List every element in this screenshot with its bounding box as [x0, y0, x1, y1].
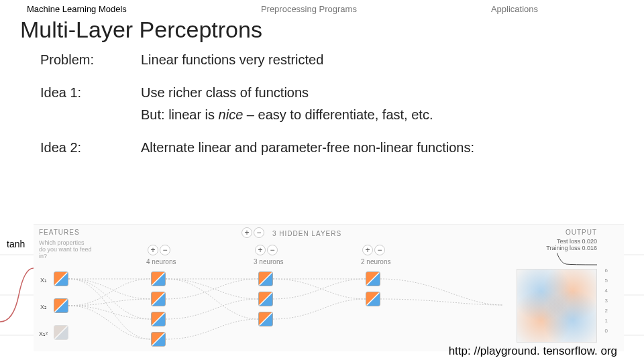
- playground-diagram: FEATURES Which properties do you want to…: [34, 224, 624, 351]
- idea1-part-b: nice: [219, 107, 244, 122]
- tab-applications[interactable]: Applications: [491, 4, 538, 14]
- axis-tick: 6: [605, 267, 608, 274]
- playground-link[interactable]: http: //playground. tensorflow. org: [449, 345, 617, 358]
- axis-tick: 1: [605, 318, 608, 324]
- idea1-label: Idea 1:: [40, 85, 141, 123]
- axis-tick: 2: [605, 308, 608, 314]
- test-loss: Test loss 0.020: [557, 238, 597, 245]
- output-axis: 6 5 4 3 2 1 0: [605, 267, 608, 334]
- axis-tick: 4: [605, 288, 608, 294]
- axis-tick: 0: [605, 328, 608, 334]
- tanh-label: tanh: [7, 239, 25, 249]
- output-visualization: [517, 269, 597, 343]
- idea2-text: Alternate linear and parameter-free non-…: [141, 140, 474, 156]
- problem-text: Linear functions very restricted: [141, 52, 323, 68]
- idea1-part-c: – easy to differentiate, fast, etc.: [243, 107, 433, 122]
- nav-tabs: Machine Learning Models Preprocessing Pr…: [0, 0, 644, 14]
- loss-curve: [557, 251, 597, 266]
- content-body: Problem: Linear functions very restricte…: [0, 43, 644, 156]
- idea1-text: Use richer class of functions But: linea…: [141, 85, 433, 123]
- idea1-line1: Use richer class of functions: [141, 85, 433, 101]
- train-loss: Training loss 0.016: [546, 245, 597, 251]
- tab-preprocessing[interactable]: Preprocessing Programs: [261, 4, 357, 14]
- output-header: OUTPUT: [566, 229, 597, 236]
- idea1-line2: But: linear is nice – easy to differenti…: [141, 107, 433, 123]
- idea1-part-a: But: linear is: [141, 107, 219, 122]
- tab-models[interactable]: Machine Learning Models: [27, 4, 127, 14]
- page-title: Multi-Layer Perceptrons: [0, 14, 644, 43]
- idea2-label: Idea 2:: [40, 140, 141, 156]
- axis-tick: 3: [605, 298, 608, 304]
- axis-tick: 5: [605, 278, 608, 284]
- problem-label: Problem:: [40, 52, 141, 68]
